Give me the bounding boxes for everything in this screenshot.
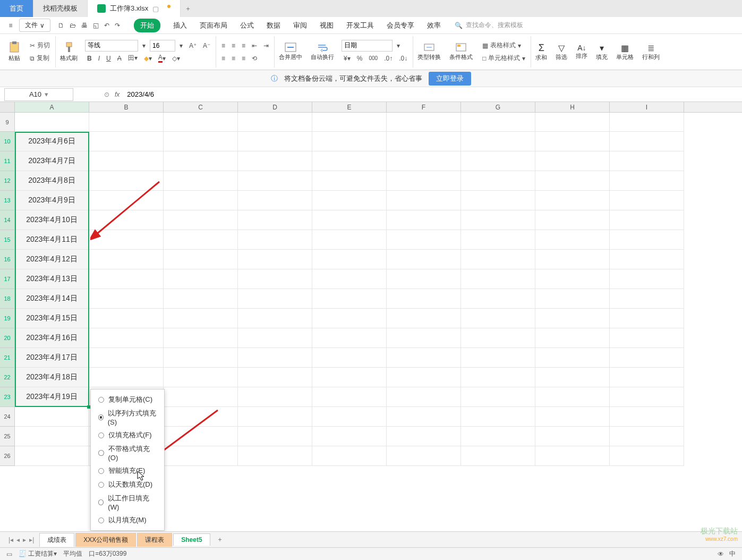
fill-option-0[interactable]: 复制单元格(C) [91, 393, 164, 406]
cell[interactable] [89, 348, 164, 368]
cell[interactable] [535, 309, 610, 328]
command-search[interactable]: 🔍 查找命令、搜索模板 [455, 21, 523, 30]
cell[interactable] [312, 230, 387, 250]
cell-date[interactable]: 2023年4月6日 [15, 132, 89, 151]
grid-row[interactable]: 20 2023年4月16日 [0, 328, 742, 348]
cell[interactable] [387, 368, 461, 387]
cell[interactable] [461, 328, 535, 348]
cell[interactable] [610, 427, 684, 446]
cell[interactable] [535, 250, 610, 269]
cell[interactable] [164, 210, 238, 230]
row-header[interactable]: 26 [0, 446, 15, 466]
cell[interactable] [238, 328, 312, 348]
cell[interactable] [312, 328, 387, 348]
cond-format-button[interactable]: 条件格式 [445, 36, 477, 67]
col-header-F[interactable]: F [387, 102, 461, 112]
cell[interactable] [89, 151, 164, 171]
cell[interactable] [312, 387, 387, 407]
col-header-E[interactable]: E [312, 102, 387, 112]
cell[interactable] [387, 269, 461, 289]
cell[interactable] [610, 289, 684, 309]
status-salary-link[interactable]: 🧾 工资结算▾ [19, 549, 57, 558]
cell[interactable] [15, 427, 89, 446]
cell[interactable] [238, 407, 312, 427]
spreadsheet-grid[interactable]: A B C D E F G H I 9 10 2023年4月6日 11 2023… [0, 102, 742, 531]
cell-style-button[interactable]: □单元格样式▾ [480, 52, 527, 65]
cell[interactable] [461, 427, 535, 446]
grid-row[interactable]: 21 2023年4月17日 [0, 348, 742, 368]
col-header-H[interactable]: H [535, 102, 610, 112]
cell[interactable] [610, 446, 684, 466]
cell[interactable] [89, 368, 164, 387]
sheet-tab-3[interactable]: 课程表 [137, 533, 172, 547]
cell[interactable] [238, 446, 312, 466]
cell[interactable] [312, 191, 387, 210]
cell[interactable] [535, 171, 610, 191]
cell[interactable] [312, 269, 387, 289]
menu-start[interactable]: 开始 [134, 19, 160, 32]
cell-date[interactable]: 2023年4月17日 [15, 348, 89, 368]
cell[interactable] [461, 407, 535, 427]
cell[interactable] [312, 407, 387, 427]
sheet-next-icon[interactable]: ▸ [23, 536, 26, 544]
fill-option-2[interactable]: 仅填充格式(F) [91, 428, 164, 442]
fill-option-7[interactable]: 以月填充(M) [91, 513, 164, 527]
cell[interactable] [164, 171, 238, 191]
cell[interactable] [164, 113, 238, 132]
open-icon[interactable]: 🗁 [70, 22, 76, 29]
select-all-corner[interactable] [0, 102, 15, 112]
col-header-B[interactable]: B [89, 102, 164, 112]
cell[interactable] [238, 368, 312, 387]
row-header[interactable]: 21 [0, 348, 15, 368]
sheet-tab-2[interactable]: XXX公司销售额 [75, 533, 136, 547]
grid-row[interactable]: 18 2023年4月14日 [0, 289, 742, 309]
cell[interactable] [610, 132, 684, 151]
cell[interactable] [387, 151, 461, 171]
row-header[interactable]: 20 [0, 328, 15, 348]
cell[interactable] [89, 230, 164, 250]
cell[interactable] [610, 210, 684, 230]
cell[interactable] [535, 151, 610, 171]
cell-date[interactable]: 2023年4月16日 [15, 328, 89, 348]
menu-insert[interactable]: 插入 [173, 21, 187, 30]
fill-option-1[interactable]: 以序列方式填充(S) [91, 406, 164, 428]
new-tab-button[interactable]: ＋ [181, 0, 195, 17]
file-button[interactable]: 文件 ∨ [19, 19, 50, 32]
cell[interactable] [238, 309, 312, 328]
fill-color-button[interactable]: ◆▾ [142, 54, 154, 63]
cell[interactable] [15, 113, 89, 132]
col-header-A[interactable]: A [15, 102, 89, 112]
cell[interactable] [610, 368, 684, 387]
cell[interactable] [312, 250, 387, 269]
cell[interactable] [15, 407, 89, 427]
cell[interactable] [387, 171, 461, 191]
menu-member[interactable]: 会员专享 [387, 21, 414, 30]
cell[interactable] [164, 407, 238, 427]
cell-date[interactable]: 2023年4月13日 [15, 269, 89, 289]
cell[interactable] [312, 348, 387, 368]
bold-button[interactable]: B [85, 54, 94, 63]
fill-option-3[interactable]: 不带格式填充(O) [91, 442, 164, 464]
cell[interactable] [461, 151, 535, 171]
row-header[interactable]: 22 [0, 368, 15, 387]
cell[interactable] [387, 289, 461, 309]
cell[interactable] [535, 427, 610, 446]
grid-row[interactable]: 14 2023年4月10日 [0, 210, 742, 230]
cell-date[interactable]: 2023年4月18日 [15, 368, 89, 387]
italic-button[interactable]: I [96, 54, 102, 63]
cell[interactable] [164, 230, 238, 250]
cell[interactable] [312, 171, 387, 191]
menu-formula[interactable]: 公式 [240, 21, 254, 30]
cell[interactable] [610, 309, 684, 328]
cell[interactable] [164, 250, 238, 269]
cell[interactable] [238, 132, 312, 151]
valign-mid-icon[interactable]: ≡ [229, 41, 237, 50]
cell-date[interactable]: 2023年4月9日 [15, 191, 89, 210]
cell[interactable] [164, 427, 238, 446]
grid-row[interactable]: 13 2023年4月9日 [0, 191, 742, 210]
cell[interactable] [610, 230, 684, 250]
font-name-select[interactable] [85, 40, 138, 52]
merge-button[interactable]: 合并居中 [275, 36, 306, 67]
cell[interactable] [461, 210, 535, 230]
tab-home[interactable]: 首页 [0, 0, 33, 17]
